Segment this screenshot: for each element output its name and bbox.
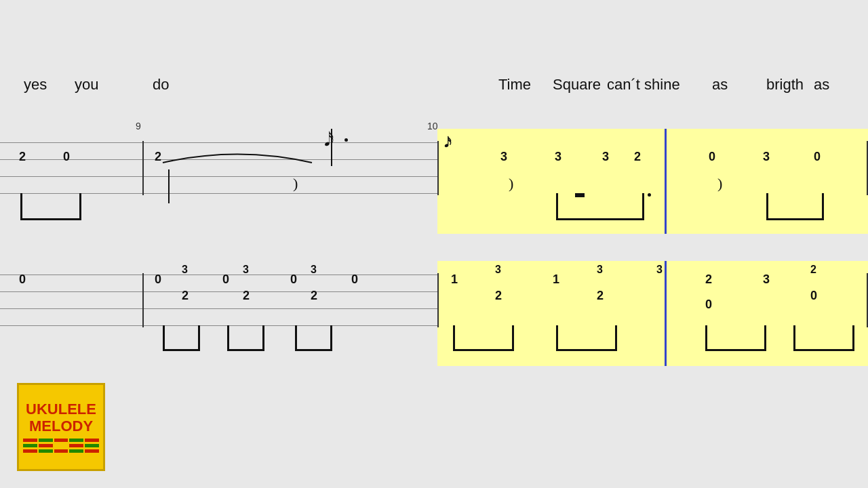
note-3-2: 3: [555, 150, 561, 163]
note-0-1: 0: [63, 150, 70, 163]
logo-lines: [23, 439, 99, 453]
dot-1: [344, 138, 348, 142]
b-note-0-post2: 0: [810, 289, 817, 302]
logo-seg-g5: [39, 449, 53, 453]
logo-seg-g1: [39, 439, 53, 442]
logo-seg-r7: [54, 449, 68, 453]
dot-2: [648, 193, 651, 197]
note-3-3: 3: [602, 150, 609, 163]
logo-seg-r8: [85, 449, 99, 453]
logo-seg-r2: [54, 439, 68, 442]
lyric-as2: as: [814, 76, 829, 94]
b-note-3-5: 3: [597, 264, 603, 275]
b-note-0-1: 0: [19, 273, 26, 285]
logo-text2: MELODY: [29, 418, 93, 434]
logo-text1: UKULELE: [26, 401, 96, 418]
barline-10-bottom: [437, 273, 439, 327]
beam-bracket-2: [556, 193, 644, 220]
logo-seg-r4: [39, 444, 53, 447]
main-content: yes you do Time Square can´t shine as br…: [0, 0, 868, 488]
b-note-2-1: 2: [182, 289, 189, 302]
logo-seg-r1: [23, 439, 37, 442]
b-beam-3: [295, 325, 332, 351]
b-note-2-post1: 2: [705, 273, 712, 285]
lyric-you: you: [75, 76, 98, 94]
b-beam-5: [556, 325, 617, 351]
note-3-1: 3: [500, 150, 507, 163]
logo-line-row-1: [23, 439, 99, 442]
b-note-3-4: 3: [495, 264, 501, 275]
rest-3: ): [717, 175, 722, 192]
lyric-as1: as: [712, 76, 728, 94]
b-note-2-post3: 2: [810, 264, 816, 275]
note-2-3: 2: [634, 150, 641, 163]
b-beam-4: [453, 325, 514, 351]
note-3-4: 3: [763, 150, 770, 163]
b-note-0-post1: 0: [705, 298, 712, 310]
logo-seg-g2: [69, 439, 83, 442]
stem-1: [331, 129, 332, 166]
logo-line-row-3: [23, 449, 99, 453]
lyric-do: do: [153, 76, 169, 94]
b-note-1-2: 1: [553, 273, 559, 285]
logo-seg-y1: [54, 444, 68, 447]
lyric-time: Time: [498, 76, 531, 94]
b-note-3-post2: 3: [763, 273, 770, 285]
b-note-3-1: 3: [182, 264, 188, 275]
logo-seg-r3: [85, 439, 99, 442]
logo: UKULELE MELODY: [17, 383, 105, 471]
note-0-2: 0: [709, 150, 715, 163]
rest-1: ): [293, 175, 298, 192]
logo-seg-g3: [23, 444, 37, 447]
beam-bracket-1: [20, 193, 81, 220]
b-note-1-1: 1: [451, 273, 458, 285]
b-note-0-5: 0: [351, 273, 358, 285]
note-0-3: 0: [814, 150, 821, 163]
bottom-staff-area: 0 3 0 2 3 0 2 3 0 2 0 3 1 2 3 1 2 3 2 0 …: [0, 261, 868, 369]
logo-seg-r5: [69, 444, 83, 447]
top-staff-area: 2 0 2 𝅘𝅥𝅯 ) 𝅘𝅥𝅯 3 3 3 2 ) 0: [0, 129, 868, 237]
barline-9-top: [142, 141, 144, 195]
b-note-0-3: 0: [222, 273, 229, 285]
lyric-bright: brigth: [766, 76, 804, 94]
inner-barline: [168, 169, 170, 203]
barline-9-bottom: [142, 273, 144, 327]
lyric-cant-shine: can´t shine: [607, 76, 680, 94]
lyric-square: Square: [553, 76, 601, 94]
note-2-1: 2: [19, 150, 26, 163]
b-note-2-4: 2: [495, 289, 502, 302]
b-note-3-2: 3: [243, 264, 249, 275]
b-note-2-3: 2: [311, 289, 317, 302]
beam-fill: [575, 193, 585, 197]
slur-svg: [163, 142, 312, 169]
lyrics-row: yes you do Time Square can´t shine as br…: [0, 68, 868, 102]
b-note-2-5: 2: [597, 289, 604, 302]
beam-bracket-3: [766, 193, 824, 220]
barline-10-top: [437, 141, 439, 195]
b-beam-2: [227, 325, 264, 351]
b-beam-6: [705, 325, 766, 351]
lyric-yes: yes: [24, 76, 47, 94]
b-beam-1: [163, 325, 200, 351]
b-note-0-2: 0: [155, 273, 161, 285]
playhead-bottom: [665, 261, 667, 366]
b-note-2-2: 2: [243, 289, 250, 302]
rest-2: ): [509, 175, 513, 192]
b-note-0-4: 0: [290, 273, 297, 285]
b-note-3-post: 3: [656, 264, 663, 275]
note-2-2: 2: [155, 150, 161, 163]
playhead-top: [665, 129, 667, 234]
logo-seg-r6: [23, 449, 37, 453]
logo-seg-g4: [85, 444, 99, 447]
b-beam-7: [793, 325, 854, 351]
logo-line-row-2: [23, 444, 99, 447]
b-note-3-3: 3: [311, 264, 317, 275]
logo-seg-g6: [69, 449, 83, 453]
